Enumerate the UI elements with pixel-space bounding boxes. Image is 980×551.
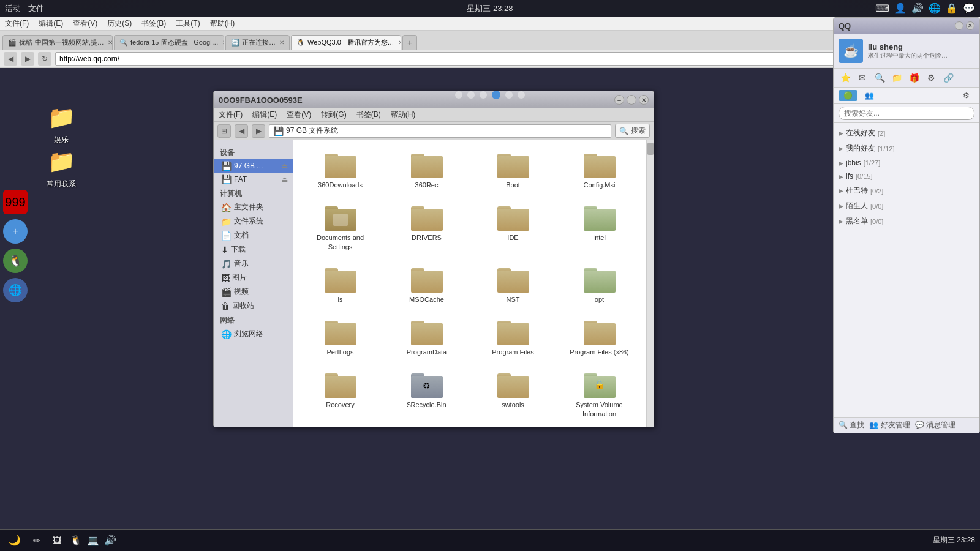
fm-scrollbar[interactable] bbox=[646, 140, 654, 427]
fm-menu-file[interactable]: 文件(F) bbox=[219, 110, 243, 120]
qq-message-manage-button[interactable]: 💬 消息管理 bbox=[915, 420, 956, 430]
qq-search-icon[interactable]: 🔍 bbox=[873, 71, 886, 84]
tab-fedora-close[interactable]: ✕ bbox=[222, 39, 224, 46]
menu-file[interactable]: 文件(F) bbox=[5, 18, 29, 29]
qq-star-icon[interactable]: ⭐ bbox=[839, 71, 852, 84]
dot-6[interactable] bbox=[518, 91, 525, 99]
qq-online-tab[interactable]: 🟢 bbox=[839, 90, 858, 101]
files-label[interactable]: 文件 bbox=[28, 3, 44, 14]
desktop-icon-yule[interactable]: 📁 娱乐 bbox=[37, 103, 86, 145]
eject-97gb-button[interactable]: ⏏ bbox=[281, 162, 288, 170]
file-item-documents-settings[interactable]: Documents and Settings bbox=[300, 199, 381, 256]
qq-link-icon[interactable]: 🔗 bbox=[941, 71, 955, 84]
file-item-programfiles[interactable]: Program Files bbox=[472, 313, 554, 361]
qq-group-tab[interactable]: 👥 bbox=[860, 90, 879, 101]
menu-bookmarks[interactable]: 书签(B) bbox=[141, 18, 166, 29]
fm-sidebar-videos[interactable]: 🎬 视频 bbox=[214, 285, 293, 299]
qq-group-myfriends[interactable]: ▶ 我的好友 [1/12] bbox=[834, 141, 979, 156]
refresh-button[interactable]: ↻ bbox=[38, 52, 51, 66]
fm-maximize-button[interactable]: □ bbox=[627, 95, 636, 105]
dot-2[interactable] bbox=[467, 91, 475, 99]
fm-menu-bookmarks[interactable]: 书签(B) bbox=[356, 110, 381, 120]
qq-find-button[interactable]: 🔍 查找 bbox=[839, 420, 864, 430]
dot-3[interactable] bbox=[480, 91, 487, 99]
file-item-intel[interactable]: Intel bbox=[559, 199, 640, 256]
file-item-msocache[interactable]: MSOCache bbox=[386, 261, 467, 309]
menu-edit[interactable]: 编辑(E) bbox=[39, 18, 63, 29]
tab-youku[interactable]: 🎬 优酷-中国第一视频网站,提… ✕ bbox=[2, 35, 113, 50]
fm-minimize-button[interactable]: – bbox=[614, 95, 624, 105]
qq-apps-icon[interactable]: ⚙ bbox=[924, 71, 938, 84]
qq-group-blacklist[interactable]: ▶ 黑名单 [0/0] bbox=[834, 214, 979, 229]
qq-group-online[interactable]: ▶ 在线好友 [2] bbox=[834, 126, 979, 141]
fm-menu-view[interactable]: 查看(V) bbox=[287, 110, 311, 120]
app-999-icon[interactable]: 999 bbox=[3, 190, 28, 214]
dot-5[interactable] bbox=[505, 91, 513, 99]
qq-group-strangers[interactable]: ▶ 陌生人 [0/0] bbox=[834, 198, 979, 214]
qq-penguin-icon[interactable]: 🐧 bbox=[3, 249, 28, 273]
fm-sidebar-network[interactable]: 🌐 浏览网络 bbox=[214, 327, 293, 341]
fm-sidebar-home[interactable]: 🏠 主文件夹 bbox=[214, 200, 293, 214]
file-item-nst[interactable]: NST bbox=[472, 261, 554, 309]
qq-friend-manage-button[interactable]: 👥 好友管理 bbox=[869, 420, 910, 430]
file-item-360downloads[interactable]: 360Downloads bbox=[300, 146, 381, 194]
tab-connecting-close[interactable]: ✕ bbox=[279, 39, 284, 46]
tab-youku-close[interactable]: ✕ bbox=[108, 39, 113, 46]
qq-gift-icon[interactable]: 🎁 bbox=[907, 71, 921, 84]
qq-group-jbbis[interactable]: ▶ jbbis [1/27] bbox=[834, 156, 979, 170]
fm-back-button[interactable]: ◀ bbox=[235, 124, 248, 138]
fm-close-button[interactable]: ✕ bbox=[639, 95, 649, 105]
qq-search-input[interactable] bbox=[839, 107, 974, 120]
fm-forward-button[interactable]: ▶ bbox=[252, 124, 265, 138]
address-bar[interactable]: http://web.qq.com/ bbox=[55, 52, 858, 66]
file-item-programfiles-x86[interactable]: Program Files (x86) bbox=[559, 313, 640, 361]
file-item-programdata[interactable]: ProgramData bbox=[386, 313, 467, 361]
menu-tools[interactable]: 工具(T) bbox=[176, 18, 200, 29]
fm-sidebar-downloads[interactable]: ⬇ 下载 bbox=[214, 242, 293, 257]
qq-more-tab[interactable]: ⚙ bbox=[958, 90, 974, 101]
fm-search-button[interactable]: 🔍 搜索 bbox=[615, 124, 650, 138]
fm-sidebar-music[interactable]: 🎵 音乐 bbox=[214, 257, 293, 271]
file-item-swtools[interactable]: swtools bbox=[472, 366, 554, 423]
new-tab-button[interactable]: + bbox=[402, 35, 417, 50]
qq-group-dubate[interactable]: ▶ 杜巴特 [0/2] bbox=[834, 183, 979, 198]
taskbar-edit-app[interactable]: ✏ bbox=[29, 534, 44, 547]
qq-close-button[interactable]: ✕ bbox=[966, 21, 974, 30]
tab-fedora[interactable]: 🔍 fedora 15 固态硬盘 - Googl… ✕ bbox=[114, 35, 224, 50]
fm-sidebar-toggle[interactable]: ⊟ bbox=[217, 124, 231, 138]
activities-label[interactable]: 活动 bbox=[5, 3, 21, 14]
file-item-ide[interactable]: IDE bbox=[472, 199, 554, 256]
fm-menu-help[interactable]: 帮助(H) bbox=[391, 110, 416, 120]
fm-sidebar-documents[interactable]: 📄 文档 bbox=[214, 228, 293, 242]
scrollbar-thumb[interactable] bbox=[647, 143, 654, 155]
desktop-icon-contacts[interactable]: 📁 常用联系 bbox=[37, 147, 86, 189]
dot-4[interactable] bbox=[492, 91, 500, 99]
file-item-recovery[interactable]: Recovery bbox=[300, 366, 381, 423]
tab-webqq[interactable]: 🐧 WebQQ3.0 - 腾讯官方为您… ✕ bbox=[291, 35, 401, 50]
eject-fat-button[interactable]: ⏏ bbox=[281, 175, 288, 184]
qq-mail-icon[interactable]: ✉ bbox=[856, 71, 869, 84]
file-item-drivers[interactable]: DRIVERS bbox=[386, 199, 467, 256]
file-item-recycle-bin[interactable]: ♻ $Recycle.Bin bbox=[386, 366, 467, 423]
qq-minimize-button[interactable]: – bbox=[955, 21, 963, 30]
globe-app-icon[interactable]: 🌐 bbox=[3, 278, 28, 302]
fm-sidebar-pictures[interactable]: 🖼 图片 bbox=[214, 271, 293, 285]
file-item-perflogs[interactable]: PerfLogs bbox=[300, 313, 381, 361]
fm-sidebar-trash[interactable]: 🗑 回收站 bbox=[214, 299, 293, 313]
file-item-system-volume[interactable]: 🔒 System Volume Information bbox=[559, 366, 640, 423]
menu-history[interactable]: 历史(S) bbox=[107, 18, 132, 29]
tab-connecting[interactable]: 🔄 正在连接… ✕ bbox=[225, 35, 290, 50]
taskbar-gallery-app[interactable]: 🖼 bbox=[49, 534, 65, 547]
dot-1[interactable] bbox=[455, 91, 462, 99]
forward-button[interactable]: ▶ bbox=[21, 52, 34, 66]
fm-path-bar[interactable]: 💾 97 GB 文件系统 bbox=[269, 124, 611, 138]
back-button[interactable]: ◀ bbox=[4, 52, 17, 66]
menu-view[interactable]: 查看(V) bbox=[73, 18, 97, 29]
file-item-boot[interactable]: Boot bbox=[472, 146, 554, 194]
fm-sidebar-97gb[interactable]: 💾 97 GB ... ⏏ bbox=[214, 159, 293, 173]
menu-help[interactable]: 帮助(H) bbox=[210, 18, 235, 29]
qq-folder-icon[interactable]: 📁 bbox=[890, 71, 903, 84]
qq-group-ifs[interactable]: ▶ ifs [0/15] bbox=[834, 170, 979, 183]
file-item-360rec[interactable]: 360Rec bbox=[386, 146, 467, 194]
add-app-button[interactable]: + bbox=[3, 219, 28, 244]
